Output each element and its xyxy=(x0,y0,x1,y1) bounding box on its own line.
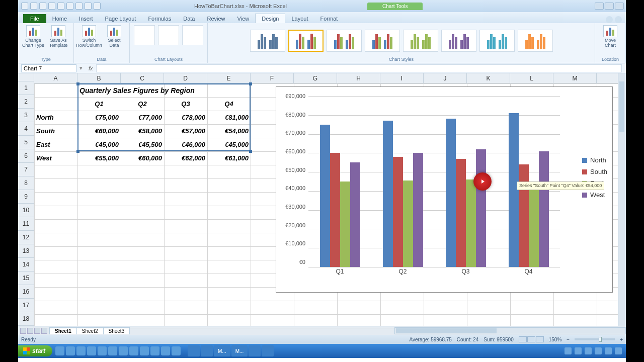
tab-layout[interactable]: Layout xyxy=(285,14,314,23)
cell[interactable]: €45,500 xyxy=(121,138,164,151)
tab-review[interactable]: Review xyxy=(201,14,231,23)
tab-formulas[interactable]: Formulas xyxy=(142,14,177,23)
bar[interactable] xyxy=(519,164,529,267)
quicklaunch-icon[interactable] xyxy=(76,346,86,355)
view-layout-icon[interactable] xyxy=(527,336,535,342)
quicklaunch-icon[interactable] xyxy=(55,346,64,355)
start-button[interactable]: start xyxy=(18,345,52,356)
chart-style-thumb[interactable] xyxy=(403,30,438,52)
row-header[interactable]: 17 xyxy=(18,299,34,312)
minimize-ribbon-icon[interactable] xyxy=(615,16,622,23)
cell[interactable]: €57,000 xyxy=(164,124,207,138)
system-tray[interactable] xyxy=(560,347,626,354)
row-header[interactable]: 2 xyxy=(18,95,34,109)
cell[interactable]: West xyxy=(34,151,77,165)
taskbar-app[interactable]: M... xyxy=(214,345,230,356)
bar[interactable] xyxy=(529,182,539,267)
bar[interactable] xyxy=(320,125,330,267)
quicklaunch-icon[interactable] xyxy=(119,346,128,355)
fx-icon[interactable]: fx xyxy=(86,65,96,71)
cell[interactable]: €60,000 xyxy=(121,151,164,165)
move-chart-button[interactable]: Move Chart xyxy=(599,25,621,48)
row-header[interactable]: 16 xyxy=(18,285,34,299)
cell[interactable]: Q3 xyxy=(164,97,207,111)
cell[interactable]: €78,000 xyxy=(164,111,207,124)
zoom-slider[interactable] xyxy=(575,338,615,340)
cell[interactable]: €61,000 xyxy=(207,151,251,165)
tab-nav-last-icon[interactable] xyxy=(41,328,47,334)
bar-group[interactable] xyxy=(371,96,434,267)
row-header[interactable]: 8 xyxy=(18,176,34,190)
cell[interactable]: Q1 xyxy=(77,97,121,111)
bar[interactable] xyxy=(340,182,350,267)
qat-icon[interactable] xyxy=(57,3,64,10)
taskbar-app[interactable] xyxy=(249,345,261,356)
taskbar-app[interactable] xyxy=(188,345,200,356)
row-header[interactable]: 14 xyxy=(18,258,34,272)
cell[interactable]: €54,000 xyxy=(207,124,251,138)
switch-row-column-button[interactable]: Switch Row/Column xyxy=(78,25,100,48)
bar[interactable] xyxy=(456,159,466,267)
legend-item[interactable]: North xyxy=(582,156,607,164)
cell[interactable]: €55,000 xyxy=(77,151,121,165)
cell[interactable]: €81,000 xyxy=(207,111,251,124)
quicklaunch-icon[interactable] xyxy=(150,346,159,355)
row-header[interactable]: 9 xyxy=(18,190,34,204)
tab-data[interactable]: Data xyxy=(177,14,201,23)
quicklaunch-icon[interactable] xyxy=(108,346,117,355)
quicklaunch-icon[interactable] xyxy=(66,346,75,355)
maximize-icon[interactable] xyxy=(605,3,614,10)
cell[interactable]: €58,000 xyxy=(121,124,164,138)
row-header[interactable]: 3 xyxy=(18,109,34,122)
cell[interactable]: €75,000 xyxy=(77,111,121,124)
row-header[interactable]: 12 xyxy=(18,231,34,244)
bar[interactable] xyxy=(350,162,360,267)
chart-style-thumb[interactable] xyxy=(288,30,324,52)
grid[interactable]: ABCDEFGHIJKLM Quarterly Sales Figures by… xyxy=(34,73,626,326)
close-icon[interactable] xyxy=(615,3,624,10)
chart-style-thumb[interactable] xyxy=(250,30,285,52)
select-data-button[interactable]: Select Data xyxy=(103,25,125,48)
quicklaunch-icon[interactable] xyxy=(87,346,96,355)
taskbar-app[interactable] xyxy=(201,345,213,356)
row-header[interactable]: 6 xyxy=(18,149,34,163)
row-header[interactable]: 1 xyxy=(18,81,34,95)
save-as-template-button[interactable]: Save As Template xyxy=(47,25,69,48)
save-icon[interactable] xyxy=(30,3,37,10)
cell[interactable]: Q2 xyxy=(121,97,164,111)
qat-icon[interactable] xyxy=(85,3,92,10)
chart-layout-thumb[interactable] xyxy=(134,25,155,45)
cell[interactable]: North xyxy=(34,111,77,124)
row-header[interactable]: 7 xyxy=(18,163,34,176)
legend-item[interactable]: West xyxy=(582,191,607,199)
row-header[interactable]: 10 xyxy=(18,204,34,217)
horizontal-scrollbar[interactable] xyxy=(394,327,626,334)
qat-icon[interactable] xyxy=(94,3,101,10)
taskbar-app[interactable]: M... xyxy=(231,345,248,356)
chart-layout-thumb[interactable] xyxy=(158,25,179,45)
bar[interactable] xyxy=(413,153,423,267)
tab-insert[interactable]: Insert xyxy=(73,14,99,23)
tab-format[interactable]: Format xyxy=(314,14,344,23)
cell[interactable]: South xyxy=(34,124,77,138)
quicklaunch-icon[interactable] xyxy=(140,346,149,355)
quicklaunch-icon[interactable] xyxy=(98,346,107,355)
tab-nav-next-icon[interactable] xyxy=(34,328,40,334)
bar[interactable] xyxy=(466,179,476,267)
cell[interactable]: Quarterly Sales Figures by Region xyxy=(77,83,251,97)
row-header[interactable]: 5 xyxy=(18,136,34,149)
formula-bar[interactable] xyxy=(96,64,622,72)
tab-design[interactable]: Design xyxy=(255,14,285,23)
bar[interactable] xyxy=(446,119,456,267)
bar[interactable] xyxy=(403,180,413,267)
cell[interactable]: Q4 xyxy=(207,97,251,111)
bar[interactable] xyxy=(539,151,549,267)
chart-style-thumb[interactable] xyxy=(518,30,553,52)
chart-style-thumb[interactable] xyxy=(365,30,400,52)
zoom-level[interactable]: 150% xyxy=(549,337,562,342)
tab-nav-first-icon[interactable] xyxy=(20,328,26,334)
embedded-chart[interactable]: €0€10,000€20,000€30,000€40,000€50,000€60… xyxy=(276,86,613,293)
minimize-icon[interactable] xyxy=(595,3,604,10)
chart-style-thumb[interactable] xyxy=(327,30,362,52)
tab-view[interactable]: View xyxy=(231,14,256,23)
